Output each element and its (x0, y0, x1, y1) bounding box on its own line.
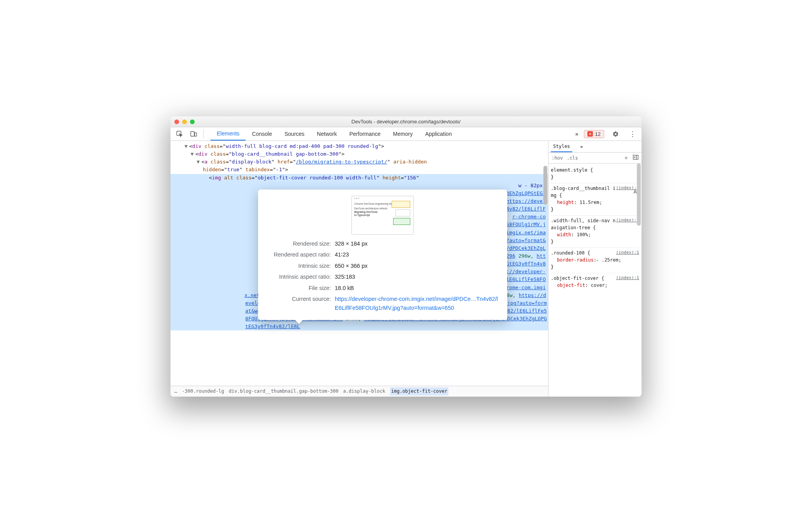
file-size-label: File size: (267, 284, 331, 292)
rendered-aspect-value: 41∶23 (335, 250, 499, 259)
tab-styles[interactable]: Styles (551, 141, 572, 152)
dom-line[interactable]: hidden="true" tabindex="-1"> (185, 166, 548, 174)
rendered-size-label: Rendered size: (267, 239, 331, 248)
rendered-size-value: 328 × 184 px (335, 239, 499, 248)
more-styles-tabs[interactable]: » (578, 141, 585, 152)
current-source-value[interactable]: https://developer-chrome-com.imgix.net/i… (335, 295, 499, 312)
tooltip-thumbnail: Chrome DevTools engineering blog DevTool… (352, 196, 414, 235)
styles-filter-bar: :hov .cls ＋ (548, 153, 642, 163)
intrinsic-aspect-label: Intrinsic aspect ratio: (267, 272, 331, 281)
device-toolbar-icon[interactable] (188, 128, 199, 140)
traffic-lights (174, 119, 195, 124)
styles-rules[interactable]: AA element.style { } (index):1 .blog-car… (548, 163, 642, 397)
css-rule[interactable]: (index):1 .blog-card__thumbnail img { he… (551, 183, 639, 216)
tab-sources[interactable]: Sources (278, 127, 311, 141)
css-rule[interactable]: (index):1 .width-full, side-nav navigati… (551, 216, 639, 248)
settings-icon[interactable] (610, 128, 621, 140)
window-title: DevTools - developer.chrome.com/tags/dev… (170, 119, 642, 125)
tab-elements[interactable]: Elements (211, 127, 246, 141)
devtools-toolbar: Elements Console Sources Network Perform… (170, 127, 642, 141)
styles-scrollbar[interactable] (636, 163, 642, 397)
svg-rect-1 (191, 132, 194, 136)
breadcrumb-item[interactable]: -300.rounded-lg (182, 388, 224, 395)
dom-breadcrumb: … -300.rounded-lg div.blog-card__thumbna… (170, 386, 548, 397)
intrinsic-size-label: Intrinsic size: (267, 262, 331, 270)
svg-rect-2 (195, 133, 197, 136)
tab-memory[interactable]: Memory (387, 127, 419, 141)
image-hover-tooltip: Chrome DevTools engineering blog DevTool… (258, 190, 507, 320)
css-rule[interactable]: (index):1 .object-fit-cover { object-fit… (551, 273, 639, 291)
kebab-menu-icon[interactable]: ⋮ (627, 128, 638, 140)
new-style-rule-icon[interactable]: ＋ (623, 154, 629, 162)
intrinsic-aspect-value: 325∶183 (335, 272, 499, 281)
rendered-aspect-label: Rendered aspect ratio: (267, 250, 331, 259)
breadcrumb-item-selected[interactable]: img.object-fit-cover (390, 387, 449, 395)
intrinsic-size-value: 650 × 366 px (335, 262, 499, 270)
error-count-badge[interactable]: ✕ 12 (584, 130, 604, 138)
elements-dom-panel[interactable]: ⋯ ▼<div class="width-full blog-card md:p… (170, 141, 548, 397)
css-rule[interactable]: (index):1 .rounded-100 { border-radius:▸… (551, 248, 639, 273)
tab-console[interactable]: Console (246, 127, 278, 141)
dom-scrollbar[interactable] (543, 153, 548, 397)
dom-line[interactable]: ▼<a class="display-block" href="/blog/mi… (185, 158, 548, 166)
toggle-sidebar-icon[interactable] (633, 155, 638, 161)
dom-line[interactable]: ▼<div class="width-full blog-card md:pad… (185, 142, 548, 150)
tab-performance[interactable]: Performance (343, 127, 387, 141)
file-size-value: 18.0 kB (335, 284, 499, 292)
window-close-button[interactable] (174, 119, 179, 124)
breadcrumb-ellipsis[interactable]: … (174, 388, 177, 395)
window-minimize-button[interactable] (182, 119, 187, 124)
panel-tabs: Elements Console Sources Network Perform… (211, 127, 458, 141)
devtools-window: DevTools - developer.chrome.com/tags/dev… (170, 116, 642, 397)
inspect-element-icon[interactable] (174, 128, 185, 140)
hov-toggle[interactable]: :hov (552, 155, 563, 161)
content-area: ⋯ ▼<div class="width-full blog-card md:p… (170, 141, 642, 397)
current-source-label: Current source: (267, 295, 331, 312)
tooltip-properties: Rendered size: 328 × 184 px Rendered asp… (267, 239, 499, 312)
tab-network[interactable]: Network (311, 127, 343, 141)
window-maximize-button[interactable] (190, 119, 195, 124)
tab-application[interactable]: Application (419, 127, 458, 141)
toolbar-divider (203, 130, 204, 138)
css-rule[interactable]: element.style { } (551, 165, 639, 183)
error-count: 12 (595, 131, 601, 137)
error-icon: ✕ (587, 131, 593, 137)
breadcrumb-item[interactable]: a.display-block (343, 388, 385, 395)
titlebar: DevTools - developer.chrome.com/tags/dev… (170, 116, 642, 127)
cls-toggle[interactable]: .cls (567, 155, 578, 161)
more-tabs-button[interactable]: » (575, 131, 578, 137)
breadcrumb-item[interactable]: div.blog-card__thumbnail.gap-bottom-300 (229, 388, 339, 395)
styles-panel: Styles » :hov .cls ＋ AA element.style { … (548, 141, 642, 397)
styles-tabs: Styles » (548, 141, 642, 153)
dom-line[interactable]: ▼<div class="blog-card__thumbnail gap-bo… (185, 150, 548, 158)
